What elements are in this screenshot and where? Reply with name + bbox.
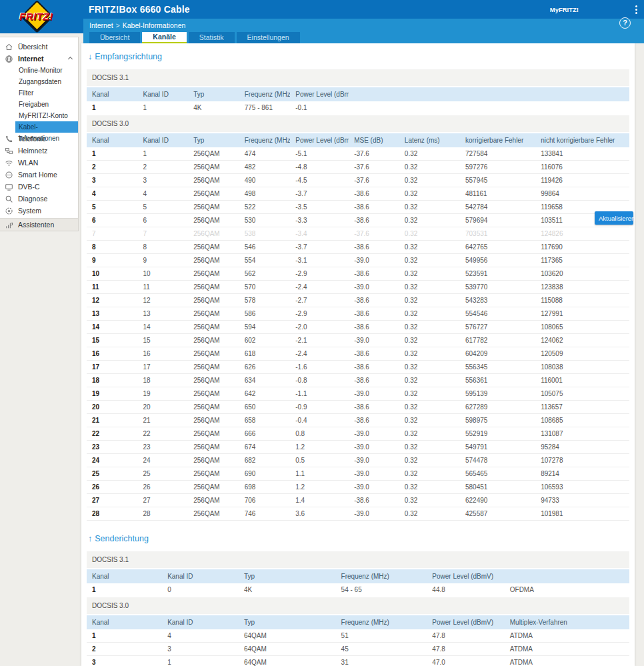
sidebar-item-diagnose[interactable]: Diagnose (0, 193, 78, 205)
table-cell: -1.6 (290, 361, 349, 374)
table-cell: 6 (138, 214, 189, 227)
table-cell (349, 101, 399, 115)
table-row: 2727256QAM7061.4-38.60.3262249094733 (87, 494, 629, 507)
sidebar-subitem-online-monitor[interactable]: Online-Monitor (0, 65, 78, 76)
aktualisieren-button[interactable]: Aktualisieren (595, 211, 633, 225)
table-cell: 3 (87, 174, 138, 187)
table-cell: 3.6 (290, 507, 349, 521)
senderichtung-table: DOCSIS 3.1KanalKanal IDTypFrequenz (MHz)… (87, 550, 629, 666)
table-row: 1919256QAM642-1.1-39.00.32595139105075 (87, 387, 629, 401)
table-cell: 522 (239, 201, 291, 214)
table-cell: -39.0 (349, 254, 399, 267)
table-row: 1414256QAM594-2.0-38.60.32576727108065 (87, 321, 629, 334)
sidebar-item-label: Telefonie (18, 135, 46, 143)
table-cell: 617782 (460, 334, 535, 347)
table-cell: 554546 (460, 307, 535, 321)
table-cell: ATDMA (505, 656, 629, 666)
kebab-menu-icon[interactable] (633, 5, 639, 15)
column-header: Power Level (dBmV) (427, 569, 504, 583)
table-cell: 539770 (460, 281, 535, 294)
sidebar-item-wlan[interactable]: WLAN (0, 157, 78, 169)
sidebar-item-system[interactable]: System (0, 205, 78, 217)
table-cell: 0.32 (399, 281, 460, 294)
sidebar-item-internet[interactable]: Internet (0, 53, 78, 65)
table-cell: 106593 (535, 481, 629, 494)
sidebar-subitem-kabel-informationen[interactable]: Kabel-Informationen (15, 121, 78, 133)
docsis-section-row: DOCSIS 3.0 (87, 597, 629, 615)
table-cell: 25 (87, 467, 138, 481)
senderichtung-heading: ↑Senderichtung (88, 534, 628, 543)
sidebar-subitem-zugangsdaten[interactable]: Zugangsdaten (0, 76, 78, 87)
sidebar-item-label: Internet (18, 55, 44, 63)
table-cell: 20 (138, 401, 189, 414)
table-cell: 1 (87, 147, 138, 161)
tab-kanäle[interactable]: Kanäle (142, 32, 186, 43)
table-cell: 123838 (535, 281, 629, 294)
table-cell: 0.32 (399, 494, 460, 507)
table-cell: 47.8 (427, 629, 504, 643)
sidebar-item-assistenten[interactable]: Assistenten (0, 218, 78, 231)
table-cell: 23 (138, 441, 189, 454)
table-cell: 113657 (535, 401, 629, 414)
down-arrow-icon: ↓ (88, 52, 92, 61)
column-header: Kanal (87, 133, 138, 147)
table-cell: 1.1 (290, 467, 349, 481)
tab-statistik[interactable]: Statistik (189, 32, 235, 43)
table-cell: 0.32 (399, 414, 460, 427)
table-cell: 597276 (460, 161, 535, 174)
table-cell: 256QAM (188, 227, 239, 241)
table-cell: 0.32 (399, 427, 460, 441)
table-cell: 618 (239, 347, 291, 361)
column-header: korrigierbare Fehler (460, 133, 535, 147)
table-cell: -2.4 (290, 347, 349, 361)
table-cell: 0.5 (290, 454, 349, 467)
table-row: 2364QAM4547.8ATDMA (87, 643, 629, 656)
table-row: 1111256QAM570-2.4-39.00.32539770123838 (87, 281, 629, 294)
table-cell: 0.32 (399, 214, 460, 227)
sidebar-item-label: DVB-C (18, 183, 40, 191)
table-cell (535, 101, 629, 115)
table-cell: 256QAM (188, 174, 239, 187)
sidebar-item-heimnetz[interactable]: Heimnetz (0, 145, 78, 157)
column-header: Kanal ID (162, 615, 239, 629)
table-cell: ATDMA (505, 643, 629, 656)
column-header: Kanal (87, 569, 162, 583)
table-cell: 556361 (460, 374, 535, 387)
table-cell (460, 101, 535, 115)
table-cell: 256QAM (188, 374, 239, 387)
sidebar-subitem-filter[interactable]: Filter (0, 87, 78, 99)
help-icon[interactable]: ? (619, 17, 631, 29)
column-header-row: KanalKanal IDTypFrequenz (MHz)Power Leve… (87, 133, 629, 147)
table-cell: 0.32 (399, 294, 460, 307)
table-cell: 256QAM (188, 241, 239, 254)
table-cell: 256QAM (188, 414, 239, 427)
table-cell: 595139 (460, 387, 535, 401)
table-cell: 498 (239, 187, 291, 201)
empfangsrichtung-table: DOCSIS 3.1KanalKanal IDTypFrequenz (MHz)… (87, 68, 629, 521)
sidebar-subitem-myfritz-konto[interactable]: MyFRITZ!-Konto (0, 110, 78, 121)
sidebar-item-übersicht[interactable]: Übersicht (0, 41, 78, 53)
fritz-logo[interactable]: FRITZ! (0, 0, 83, 33)
table-cell: -4.8 (290, 161, 349, 174)
sidebar-item-telefonie[interactable]: Telefonie (0, 133, 78, 145)
table-cell: 256QAM (188, 494, 239, 507)
table-cell: 626 (239, 361, 291, 374)
table-cell: -37.6 (349, 174, 399, 187)
tab-einstellungen[interactable]: Einstellungen (237, 32, 300, 43)
column-header: MSE (dB) (349, 133, 399, 147)
column-header: Power Level (dBmV) (427, 615, 504, 629)
tab-übersicht[interactable]: Übersicht (89, 32, 140, 43)
myfritz-link[interactable]: MyFRITZ! (550, 6, 579, 13)
table-cell: 1 (87, 583, 162, 597)
sidebar-item-dvb-c[interactable]: DVB-C (0, 181, 78, 193)
sidebar-item-smart-home[interactable]: Smart Home (0, 169, 78, 181)
empfangsrichtung-heading: ↓Empfangsrichtung (88, 52, 628, 61)
table-cell: 554 (239, 254, 291, 267)
table-cell: 11 (87, 281, 138, 294)
table-cell: 0.32 (399, 227, 460, 241)
column-header: Typ (188, 133, 239, 147)
breadcrumb-section[interactable]: Internet (89, 21, 113, 29)
sidebar-subitem-freigaben[interactable]: Freigaben (0, 99, 78, 110)
table-row: 44256QAM498-3.7-38.60.3248116199864 (87, 187, 629, 201)
table-cell: 256QAM (188, 294, 239, 307)
